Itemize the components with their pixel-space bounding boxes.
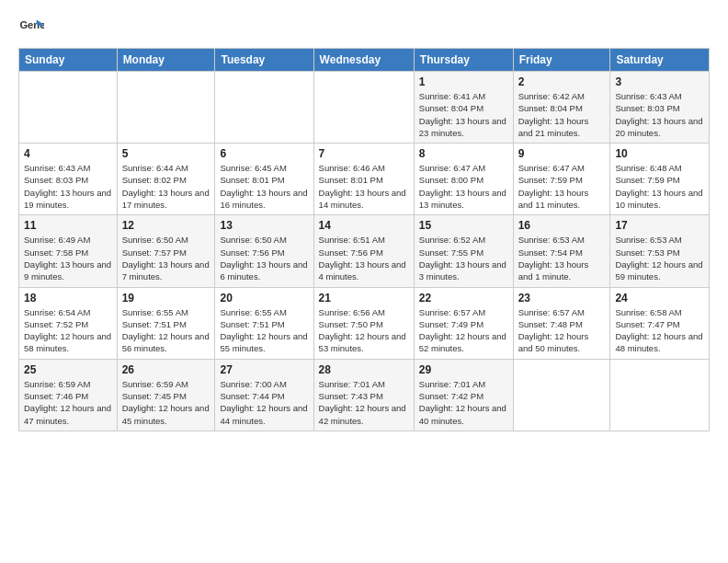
day-info: Sunrise: 6:47 AM Sunset: 8:00 PM Dayligh… (419, 162, 508, 211)
calendar-cell: 4Sunrise: 6:43 AM Sunset: 8:03 PM Daylig… (19, 144, 118, 215)
day-number: 25 (24, 363, 112, 376)
calendar-cell: 19Sunrise: 6:55 AM Sunset: 7:51 PM Dayli… (117, 287, 215, 359)
logo: General (18, 15, 48, 40)
day-number: 28 (319, 363, 409, 376)
day-number: 20 (220, 292, 308, 304)
calendar-cell: 8Sunrise: 6:47 AM Sunset: 8:00 PM Daylig… (414, 144, 513, 215)
day-number: 13 (220, 219, 308, 232)
day-info: Sunrise: 6:50 AM Sunset: 7:57 PM Dayligh… (122, 234, 210, 282)
day-number: 11 (24, 219, 112, 232)
day-info: Sunrise: 6:57 AM Sunset: 7:49 PM Dayligh… (419, 306, 508, 355)
weekday-header-row: SundayMondayTuesdayWednesdayThursdayFrid… (19, 49, 710, 72)
day-info: Sunrise: 7:01 AM Sunset: 7:42 PM Dayligh… (419, 378, 508, 427)
day-info: Sunrise: 6:44 AM Sunset: 8:02 PM Dayligh… (122, 162, 210, 211)
day-info: Sunrise: 7:01 AM Sunset: 7:43 PM Dayligh… (319, 378, 409, 427)
weekday-header-tuesday: Tuesday (215, 49, 313, 72)
calendar-cell (513, 359, 610, 431)
calendar-cell: 15Sunrise: 6:52 AM Sunset: 7:55 PM Dayli… (414, 215, 513, 287)
day-info: Sunrise: 6:58 AM Sunset: 7:47 PM Dayligh… (615, 306, 704, 355)
day-info: Sunrise: 6:59 AM Sunset: 7:45 PM Dayligh… (122, 378, 210, 427)
calendar-cell: 27Sunrise: 7:00 AM Sunset: 7:44 PM Dayli… (215, 359, 313, 431)
calendar-cell: 24Sunrise: 6:58 AM Sunset: 7:47 PM Dayli… (610, 287, 710, 359)
calendar-cell: 16Sunrise: 6:53 AM Sunset: 7:54 PM Dayli… (513, 215, 610, 287)
day-info: Sunrise: 7:00 AM Sunset: 7:44 PM Dayligh… (220, 378, 308, 427)
day-number: 18 (24, 292, 112, 304)
day-number: 29 (419, 363, 508, 376)
calendar-cell: 14Sunrise: 6:51 AM Sunset: 7:56 PM Dayli… (313, 215, 414, 287)
week-row-1: 4Sunrise: 6:43 AM Sunset: 8:03 PM Daylig… (19, 144, 710, 215)
day-info: Sunrise: 6:49 AM Sunset: 7:58 PM Dayligh… (24, 234, 112, 282)
day-info: Sunrise: 6:57 AM Sunset: 7:48 PM Dayligh… (518, 306, 606, 355)
day-info: Sunrise: 6:54 AM Sunset: 7:52 PM Dayligh… (24, 306, 112, 355)
weekday-header-friday: Friday (513, 49, 610, 72)
day-number: 5 (122, 147, 210, 160)
calendar-cell: 17Sunrise: 6:53 AM Sunset: 7:53 PM Dayli… (610, 215, 710, 287)
day-info: Sunrise: 6:43 AM Sunset: 8:03 PM Dayligh… (615, 90, 704, 139)
calendar-cell: 5Sunrise: 6:44 AM Sunset: 8:02 PM Daylig… (117, 144, 215, 215)
calendar-cell: 10Sunrise: 6:48 AM Sunset: 7:59 PM Dayli… (610, 144, 710, 215)
day-number: 27 (220, 363, 308, 376)
logo-icon: General (18, 15, 44, 40)
day-info: Sunrise: 6:47 AM Sunset: 7:59 PM Dayligh… (518, 162, 606, 211)
calendar-cell (19, 72, 118, 144)
day-number: 17 (615, 219, 704, 232)
day-info: Sunrise: 6:53 AM Sunset: 7:53 PM Dayligh… (615, 234, 704, 282)
calendar-cell: 3Sunrise: 6:43 AM Sunset: 8:03 PM Daylig… (610, 72, 710, 144)
day-number: 7 (319, 147, 409, 160)
day-info: Sunrise: 6:51 AM Sunset: 7:56 PM Dayligh… (319, 234, 409, 282)
week-row-4: 25Sunrise: 6:59 AM Sunset: 7:46 PM Dayli… (19, 359, 710, 431)
day-info: Sunrise: 6:59 AM Sunset: 7:46 PM Dayligh… (24, 378, 112, 427)
day-info: Sunrise: 6:55 AM Sunset: 7:51 PM Dayligh… (122, 306, 210, 355)
calendar-cell: 11Sunrise: 6:49 AM Sunset: 7:58 PM Dayli… (19, 215, 118, 287)
day-number: 21 (319, 292, 409, 304)
calendar-cell: 18Sunrise: 6:54 AM Sunset: 7:52 PM Dayli… (19, 287, 118, 359)
week-row-2: 11Sunrise: 6:49 AM Sunset: 7:58 PM Dayli… (19, 215, 710, 287)
weekday-header-wednesday: Wednesday (313, 49, 414, 72)
calendar-cell: 1Sunrise: 6:41 AM Sunset: 8:04 PM Daylig… (414, 72, 513, 144)
calendar-table: SundayMondayTuesdayWednesdayThursdayFrid… (18, 48, 710, 431)
calendar-cell: 13Sunrise: 6:50 AM Sunset: 7:56 PM Dayli… (215, 215, 313, 287)
day-number: 19 (122, 292, 210, 304)
day-info: Sunrise: 6:50 AM Sunset: 7:56 PM Dayligh… (220, 234, 308, 282)
day-number: 8 (419, 147, 508, 160)
calendar-cell: 21Sunrise: 6:56 AM Sunset: 7:50 PM Dayli… (313, 287, 414, 359)
day-number: 2 (518, 75, 606, 88)
week-row-0: 1Sunrise: 6:41 AM Sunset: 8:04 PM Daylig… (19, 72, 710, 144)
weekday-header-sunday: Sunday (19, 49, 118, 72)
day-number: 12 (122, 219, 210, 232)
day-info: Sunrise: 6:42 AM Sunset: 8:04 PM Dayligh… (518, 90, 606, 139)
calendar-cell: 12Sunrise: 6:50 AM Sunset: 7:57 PM Dayli… (117, 215, 215, 287)
day-number: 14 (319, 219, 409, 232)
day-number: 9 (518, 147, 606, 160)
calendar-cell: 22Sunrise: 6:57 AM Sunset: 7:49 PM Dayli… (414, 287, 513, 359)
day-info: Sunrise: 6:43 AM Sunset: 8:03 PM Dayligh… (24, 162, 112, 211)
day-number: 4 (24, 147, 112, 160)
day-info: Sunrise: 6:52 AM Sunset: 7:55 PM Dayligh… (419, 234, 508, 282)
day-number: 10 (615, 147, 704, 160)
calendar-cell: 23Sunrise: 6:57 AM Sunset: 7:48 PM Dayli… (513, 287, 610, 359)
week-row-3: 18Sunrise: 6:54 AM Sunset: 7:52 PM Dayli… (19, 287, 710, 359)
day-info: Sunrise: 6:45 AM Sunset: 8:01 PM Dayligh… (220, 162, 308, 211)
weekday-header-saturday: Saturday (610, 49, 710, 72)
day-number: 15 (419, 219, 508, 232)
day-number: 1 (419, 75, 508, 88)
calendar-cell (215, 72, 313, 144)
calendar-cell: 9Sunrise: 6:47 AM Sunset: 7:59 PM Daylig… (513, 144, 610, 215)
calendar-cell: 25Sunrise: 6:59 AM Sunset: 7:46 PM Dayli… (19, 359, 118, 431)
day-info: Sunrise: 6:56 AM Sunset: 7:50 PM Dayligh… (319, 306, 409, 355)
calendar-cell: 26Sunrise: 6:59 AM Sunset: 7:45 PM Dayli… (117, 359, 215, 431)
day-number: 23 (518, 292, 606, 304)
day-number: 6 (220, 147, 308, 160)
day-number: 3 (615, 75, 704, 88)
header: General (18, 15, 710, 40)
calendar-cell (313, 72, 414, 144)
day-info: Sunrise: 6:55 AM Sunset: 7:51 PM Dayligh… (220, 306, 308, 355)
calendar-cell: 28Sunrise: 7:01 AM Sunset: 7:43 PM Dayli… (313, 359, 414, 431)
day-info: Sunrise: 6:48 AM Sunset: 7:59 PM Dayligh… (615, 162, 704, 211)
day-number: 22 (419, 292, 508, 304)
day-info: Sunrise: 6:46 AM Sunset: 8:01 PM Dayligh… (319, 162, 409, 211)
day-number: 16 (518, 219, 606, 232)
calendar-cell: 7Sunrise: 6:46 AM Sunset: 8:01 PM Daylig… (313, 144, 414, 215)
day-number: 24 (615, 292, 704, 304)
calendar-cell: 6Sunrise: 6:45 AM Sunset: 8:01 PM Daylig… (215, 144, 313, 215)
